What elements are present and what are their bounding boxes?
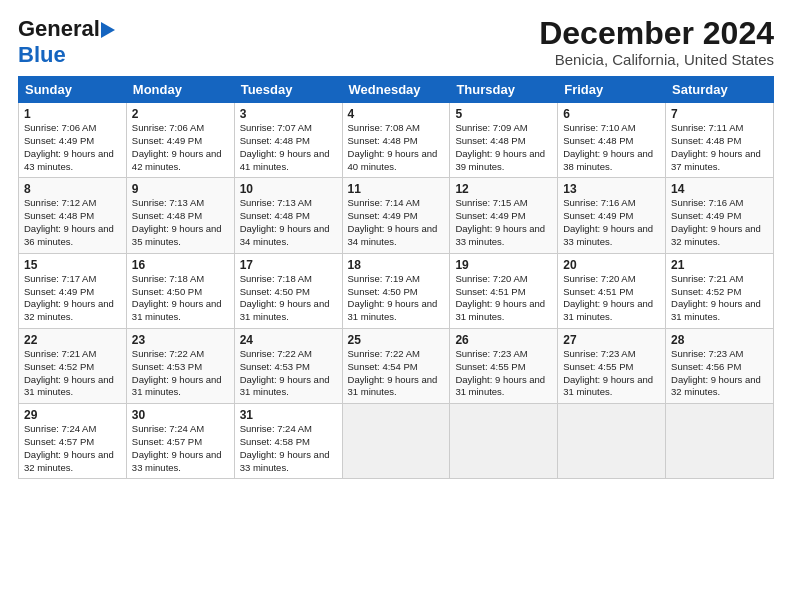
day-number: 3 bbox=[240, 107, 337, 121]
calendar-cell: 31Sunrise: 7:24 AMSunset: 4:58 PMDayligh… bbox=[234, 404, 342, 479]
day-info: Sunrise: 7:21 AMSunset: 4:52 PMDaylight:… bbox=[24, 348, 121, 399]
calendar-table: Sunday Monday Tuesday Wednesday Thursday… bbox=[18, 76, 774, 479]
day-info: Sunrise: 7:09 AMSunset: 4:48 PMDaylight:… bbox=[455, 122, 552, 173]
calendar-cell: 9Sunrise: 7:13 AMSunset: 4:48 PMDaylight… bbox=[126, 178, 234, 253]
calendar-cell: 2Sunrise: 7:06 AMSunset: 4:49 PMDaylight… bbox=[126, 103, 234, 178]
day-info: Sunrise: 7:18 AMSunset: 4:50 PMDaylight:… bbox=[240, 273, 337, 324]
day-number: 14 bbox=[671, 182, 768, 196]
day-info: Sunrise: 7:12 AMSunset: 4:48 PMDaylight:… bbox=[24, 197, 121, 248]
calendar-cell bbox=[342, 404, 450, 479]
col-sunday: Sunday bbox=[19, 77, 127, 103]
calendar-cell: 12Sunrise: 7:15 AMSunset: 4:49 PMDayligh… bbox=[450, 178, 558, 253]
logo-general-text: General bbox=[18, 16, 100, 42]
day-info: Sunrise: 7:11 AMSunset: 4:48 PMDaylight:… bbox=[671, 122, 768, 173]
calendar-cell: 15Sunrise: 7:17 AMSunset: 4:49 PMDayligh… bbox=[19, 253, 127, 328]
calendar-cell bbox=[558, 404, 666, 479]
day-info: Sunrise: 7:14 AMSunset: 4:49 PMDaylight:… bbox=[348, 197, 445, 248]
day-number: 26 bbox=[455, 333, 552, 347]
calendar-cell: 3Sunrise: 7:07 AMSunset: 4:48 PMDaylight… bbox=[234, 103, 342, 178]
day-info: Sunrise: 7:24 AMSunset: 4:57 PMDaylight:… bbox=[24, 423, 121, 474]
day-number: 12 bbox=[455, 182, 552, 196]
col-monday: Monday bbox=[126, 77, 234, 103]
day-info: Sunrise: 7:16 AMSunset: 4:49 PMDaylight:… bbox=[671, 197, 768, 248]
col-saturday: Saturday bbox=[666, 77, 774, 103]
day-info: Sunrise: 7:07 AMSunset: 4:48 PMDaylight:… bbox=[240, 122, 337, 173]
day-number: 27 bbox=[563, 333, 660, 347]
calendar-cell: 22Sunrise: 7:21 AMSunset: 4:52 PMDayligh… bbox=[19, 328, 127, 403]
calendar-cell bbox=[666, 404, 774, 479]
day-info: Sunrise: 7:16 AMSunset: 4:49 PMDaylight:… bbox=[563, 197, 660, 248]
day-info: Sunrise: 7:13 AMSunset: 4:48 PMDaylight:… bbox=[132, 197, 229, 248]
day-info: Sunrise: 7:24 AMSunset: 4:57 PMDaylight:… bbox=[132, 423, 229, 474]
col-friday: Friday bbox=[558, 77, 666, 103]
day-info: Sunrise: 7:15 AMSunset: 4:49 PMDaylight:… bbox=[455, 197, 552, 248]
day-info: Sunrise: 7:19 AMSunset: 4:50 PMDaylight:… bbox=[348, 273, 445, 324]
day-info: Sunrise: 7:06 AMSunset: 4:49 PMDaylight:… bbox=[132, 122, 229, 173]
day-number: 29 bbox=[24, 408, 121, 422]
col-tuesday: Tuesday bbox=[234, 77, 342, 103]
day-number: 2 bbox=[132, 107, 229, 121]
day-number: 20 bbox=[563, 258, 660, 272]
day-number: 15 bbox=[24, 258, 121, 272]
calendar-cell: 17Sunrise: 7:18 AMSunset: 4:50 PMDayligh… bbox=[234, 253, 342, 328]
day-info: Sunrise: 7:06 AMSunset: 4:49 PMDaylight:… bbox=[24, 122, 121, 173]
day-info: Sunrise: 7:23 AMSunset: 4:55 PMDaylight:… bbox=[563, 348, 660, 399]
day-number: 24 bbox=[240, 333, 337, 347]
calendar-cell: 16Sunrise: 7:18 AMSunset: 4:50 PMDayligh… bbox=[126, 253, 234, 328]
calendar-cell: 29Sunrise: 7:24 AMSunset: 4:57 PMDayligh… bbox=[19, 404, 127, 479]
day-number: 8 bbox=[24, 182, 121, 196]
calendar-cell: 13Sunrise: 7:16 AMSunset: 4:49 PMDayligh… bbox=[558, 178, 666, 253]
page: General Blue December 2024 Benicia, Cali… bbox=[0, 0, 792, 612]
calendar-title: December 2024 bbox=[539, 16, 774, 51]
day-number: 17 bbox=[240, 258, 337, 272]
calendar-cell: 10Sunrise: 7:13 AMSunset: 4:48 PMDayligh… bbox=[234, 178, 342, 253]
day-info: Sunrise: 7:23 AMSunset: 4:55 PMDaylight:… bbox=[455, 348, 552, 399]
day-info: Sunrise: 7:22 AMSunset: 4:54 PMDaylight:… bbox=[348, 348, 445, 399]
day-number: 4 bbox=[348, 107, 445, 121]
calendar-week-5: 29Sunrise: 7:24 AMSunset: 4:57 PMDayligh… bbox=[19, 404, 774, 479]
day-number: 1 bbox=[24, 107, 121, 121]
calendar-cell: 1Sunrise: 7:06 AMSunset: 4:49 PMDaylight… bbox=[19, 103, 127, 178]
day-info: Sunrise: 7:22 AMSunset: 4:53 PMDaylight:… bbox=[132, 348, 229, 399]
calendar-cell: 30Sunrise: 7:24 AMSunset: 4:57 PMDayligh… bbox=[126, 404, 234, 479]
day-number: 28 bbox=[671, 333, 768, 347]
calendar-header-row: Sunday Monday Tuesday Wednesday Thursday… bbox=[19, 77, 774, 103]
day-number: 18 bbox=[348, 258, 445, 272]
calendar-cell: 21Sunrise: 7:21 AMSunset: 4:52 PMDayligh… bbox=[666, 253, 774, 328]
day-number: 25 bbox=[348, 333, 445, 347]
day-number: 11 bbox=[348, 182, 445, 196]
calendar-week-3: 15Sunrise: 7:17 AMSunset: 4:49 PMDayligh… bbox=[19, 253, 774, 328]
calendar-cell: 20Sunrise: 7:20 AMSunset: 4:51 PMDayligh… bbox=[558, 253, 666, 328]
col-thursday: Thursday bbox=[450, 77, 558, 103]
title-area: December 2024 Benicia, California, Unite… bbox=[539, 16, 774, 68]
calendar-week-2: 8Sunrise: 7:12 AMSunset: 4:48 PMDaylight… bbox=[19, 178, 774, 253]
logo-triangle-icon bbox=[101, 22, 115, 38]
day-info: Sunrise: 7:20 AMSunset: 4:51 PMDaylight:… bbox=[455, 273, 552, 324]
calendar-cell: 28Sunrise: 7:23 AMSunset: 4:56 PMDayligh… bbox=[666, 328, 774, 403]
calendar-cell: 5Sunrise: 7:09 AMSunset: 4:48 PMDaylight… bbox=[450, 103, 558, 178]
day-info: Sunrise: 7:20 AMSunset: 4:51 PMDaylight:… bbox=[563, 273, 660, 324]
day-number: 10 bbox=[240, 182, 337, 196]
day-number: 16 bbox=[132, 258, 229, 272]
calendar-cell: 14Sunrise: 7:16 AMSunset: 4:49 PMDayligh… bbox=[666, 178, 774, 253]
calendar-cell: 6Sunrise: 7:10 AMSunset: 4:48 PMDaylight… bbox=[558, 103, 666, 178]
day-number: 21 bbox=[671, 258, 768, 272]
logo: General Blue bbox=[18, 16, 115, 68]
calendar-cell: 27Sunrise: 7:23 AMSunset: 4:55 PMDayligh… bbox=[558, 328, 666, 403]
day-number: 5 bbox=[455, 107, 552, 121]
day-info: Sunrise: 7:18 AMSunset: 4:50 PMDaylight:… bbox=[132, 273, 229, 324]
calendar-cell: 25Sunrise: 7:22 AMSunset: 4:54 PMDayligh… bbox=[342, 328, 450, 403]
day-info: Sunrise: 7:23 AMSunset: 4:56 PMDaylight:… bbox=[671, 348, 768, 399]
calendar-cell: 23Sunrise: 7:22 AMSunset: 4:53 PMDayligh… bbox=[126, 328, 234, 403]
day-number: 9 bbox=[132, 182, 229, 196]
day-info: Sunrise: 7:17 AMSunset: 4:49 PMDaylight:… bbox=[24, 273, 121, 324]
day-number: 7 bbox=[671, 107, 768, 121]
calendar-cell: 8Sunrise: 7:12 AMSunset: 4:48 PMDaylight… bbox=[19, 178, 127, 253]
day-number: 6 bbox=[563, 107, 660, 121]
day-number: 22 bbox=[24, 333, 121, 347]
calendar-cell: 18Sunrise: 7:19 AMSunset: 4:50 PMDayligh… bbox=[342, 253, 450, 328]
calendar-cell: 19Sunrise: 7:20 AMSunset: 4:51 PMDayligh… bbox=[450, 253, 558, 328]
logo-blue-text: Blue bbox=[18, 42, 66, 67]
calendar-cell: 26Sunrise: 7:23 AMSunset: 4:55 PMDayligh… bbox=[450, 328, 558, 403]
day-number: 23 bbox=[132, 333, 229, 347]
